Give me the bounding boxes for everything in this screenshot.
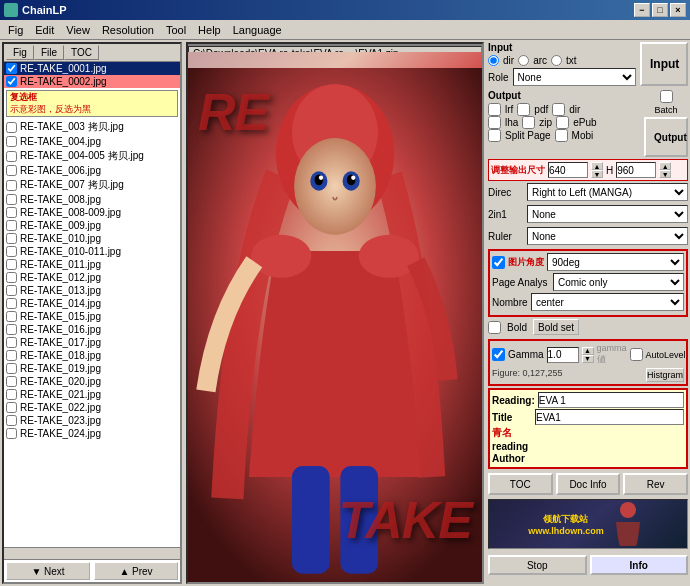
- file-checkbox[interactable]: [6, 136, 17, 147]
- file-checkbox[interactable]: [6, 165, 17, 176]
- gamma-input[interactable]: [547, 347, 579, 363]
- list-item[interactable]: RE-TAKE_004.jpg: [4, 135, 180, 148]
- menu-view[interactable]: View: [60, 22, 96, 38]
- file-checkbox[interactable]: [6, 389, 17, 400]
- file-checkbox[interactable]: [6, 428, 17, 439]
- reading-name-input[interactable]: [538, 392, 684, 408]
- file-checkbox[interactable]: [6, 76, 17, 87]
- list-item[interactable]: RE-TAKE_014.jpg: [4, 297, 180, 310]
- file-list[interactable]: RE-TAKE_0001.jpgRE-TAKE_0002.jpg复选框示意彩图，…: [4, 62, 180, 547]
- maximize-button[interactable]: □: [652, 3, 668, 17]
- check-batch[interactable]: [660, 90, 673, 103]
- check-dir-out[interactable]: [552, 103, 565, 116]
- file-checkbox[interactable]: [6, 402, 17, 413]
- file-checkbox[interactable]: [6, 298, 17, 309]
- file-checkbox[interactable]: [6, 180, 17, 191]
- width-input[interactable]: [548, 162, 588, 178]
- list-item[interactable]: RE-TAKE_012.jpg: [4, 271, 180, 284]
- nombre-select[interactable]: center none: [531, 293, 684, 311]
- list-item[interactable]: RE-TAKE_009.jpg: [4, 219, 180, 232]
- file-checkbox[interactable]: [6, 363, 17, 374]
- next-button[interactable]: ▼ Next: [6, 562, 90, 580]
- direction-select[interactable]: Right to Left (MANGA) Left to Right: [527, 183, 688, 201]
- info-button[interactable]: Info: [590, 555, 689, 575]
- rev-button[interactable]: Rev: [623, 473, 688, 495]
- list-item[interactable]: RE-TAKE_013.jpg: [4, 284, 180, 297]
- list-item[interactable]: RE-TAKE_0001.jpg: [4, 62, 180, 75]
- file-checkbox[interactable]: [6, 337, 17, 348]
- 2in1-select[interactable]: None: [527, 205, 688, 223]
- aspect-checkbox[interactable]: [492, 256, 505, 269]
- autolevel-checkbox[interactable]: [630, 348, 643, 361]
- menu-tool[interactable]: Tool: [160, 22, 192, 38]
- file-checkbox[interactable]: [6, 233, 17, 244]
- aspect-select[interactable]: 90deg 0deg 180deg 270deg: [547, 253, 684, 271]
- file-checkbox[interactable]: [6, 376, 17, 387]
- menu-help[interactable]: Help: [192, 22, 227, 38]
- horizontal-scrollbar[interactable]: [4, 547, 180, 559]
- gamma-checkbox[interactable]: [492, 348, 505, 361]
- list-item[interactable]: RE-TAKE_006.jpg: [4, 164, 180, 177]
- menu-fig[interactable]: Fig: [2, 22, 29, 38]
- list-item[interactable]: RE-TAKE_023.jpg: [4, 414, 180, 427]
- width-down-button[interactable]: ▼: [591, 170, 603, 178]
- file-checkbox[interactable]: [6, 350, 17, 361]
- check-split[interactable]: [488, 129, 501, 142]
- page-analysis-select[interactable]: Comic only None: [553, 273, 684, 291]
- minimize-button[interactable]: −: [634, 3, 650, 17]
- list-item[interactable]: RE-TAKE_021.jpg: [4, 388, 180, 401]
- close-button[interactable]: ×: [670, 3, 686, 17]
- list-item[interactable]: RE-TAKE_004-005 拷贝.jpg: [4, 148, 180, 164]
- menu-resolution[interactable]: Resolution: [96, 22, 160, 38]
- file-checkbox[interactable]: [6, 324, 17, 335]
- stop-button[interactable]: Stop: [488, 555, 587, 575]
- height-input[interactable]: [616, 162, 656, 178]
- list-item[interactable]: RE-TAKE_011.jpg: [4, 258, 180, 271]
- height-down-button[interactable]: ▼: [659, 170, 671, 178]
- list-item[interactable]: RE-TAKE_015.jpg: [4, 310, 180, 323]
- toc-button[interactable]: TOC: [488, 473, 553, 495]
- list-item[interactable]: RE-TAKE_010-011.jpg: [4, 245, 180, 258]
- check-mobi[interactable]: [555, 129, 568, 142]
- list-item[interactable]: RE-TAKE_022.jpg: [4, 401, 180, 414]
- list-item[interactable]: RE-TAKE_0002.jpg: [4, 75, 180, 88]
- ruler-select[interactable]: None: [527, 227, 688, 245]
- menu-edit[interactable]: Edit: [29, 22, 60, 38]
- file-checkbox[interactable]: [6, 246, 17, 257]
- doc-info-button[interactable]: Doc Info: [556, 473, 621, 495]
- gamma-down-button[interactable]: ▼: [582, 355, 594, 363]
- gamma-up-button[interactable]: ▲: [582, 347, 594, 355]
- check-lha[interactable]: [488, 116, 501, 129]
- radio-arc[interactable]: [518, 55, 529, 66]
- check-lrf[interactable]: [488, 103, 501, 116]
- list-item[interactable]: RE-TAKE_024.jpg: [4, 427, 180, 440]
- file-checkbox[interactable]: [6, 259, 17, 270]
- list-item[interactable]: RE-TAKE_020.jpg: [4, 375, 180, 388]
- list-item[interactable]: RE-TAKE_008-009.jpg: [4, 206, 180, 219]
- menu-language[interactable]: Language: [227, 22, 288, 38]
- file-checkbox[interactable]: [6, 415, 17, 426]
- tab-fig[interactable]: Fig: [6, 45, 34, 60]
- title-input[interactable]: [535, 409, 684, 425]
- histogram-button[interactable]: Histgram: [646, 368, 684, 382]
- check-epub[interactable]: [556, 116, 569, 129]
- list-item[interactable]: RE-TAKE_019.jpg: [4, 362, 180, 375]
- file-checkbox[interactable]: [6, 311, 17, 322]
- file-checkbox[interactable]: [6, 220, 17, 231]
- width-up-button[interactable]: ▲: [591, 162, 603, 170]
- prev-button[interactable]: ▲ Prev: [94, 562, 178, 580]
- file-checkbox[interactable]: [6, 272, 17, 283]
- file-checkbox[interactable]: [6, 285, 17, 296]
- tab-file[interactable]: File: [34, 45, 64, 60]
- input-button[interactable]: Input: [640, 42, 688, 86]
- list-item[interactable]: RE-TAKE_016.jpg: [4, 323, 180, 336]
- role-select[interactable]: None: [513, 68, 636, 86]
- list-item[interactable]: RE-TAKE_018.jpg: [4, 349, 180, 362]
- file-checkbox[interactable]: [6, 194, 17, 205]
- bold-set-button[interactable]: Bold set: [533, 319, 579, 335]
- height-up-button[interactable]: ▲: [659, 162, 671, 170]
- radio-txt[interactable]: [551, 55, 562, 66]
- check-zip[interactable]: [522, 116, 535, 129]
- file-checkbox[interactable]: [6, 151, 17, 162]
- check-pdf[interactable]: [517, 103, 530, 116]
